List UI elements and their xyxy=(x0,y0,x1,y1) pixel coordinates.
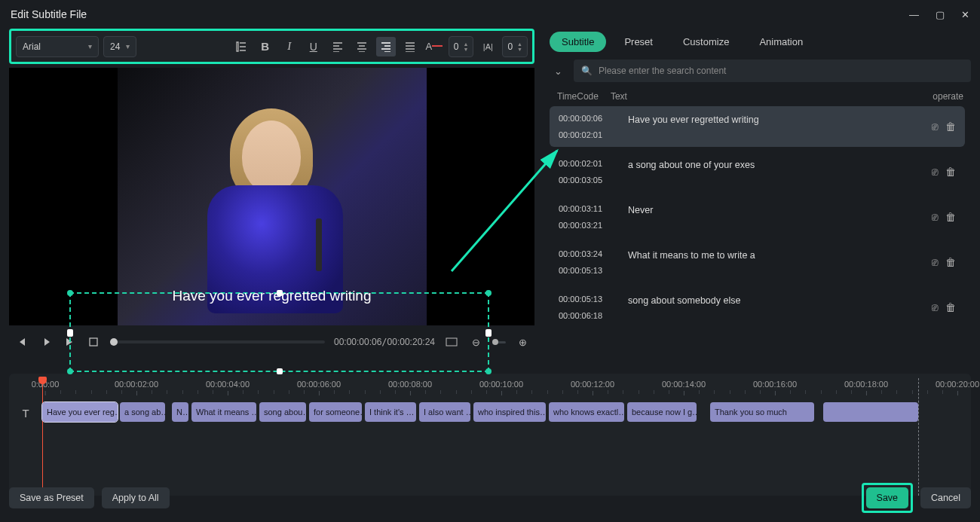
subtitle-row[interactable]: 00:00:05:1300:00:06:18 song about somebo… xyxy=(550,287,965,328)
delete-icon[interactable]: 🗑 xyxy=(945,211,956,223)
font-size-select[interactable]: 24 ▾ xyxy=(103,36,136,57)
timeline-clip[interactable]: I think it's … xyxy=(365,402,416,422)
window-controls: ― ▢ ✕ xyxy=(909,9,969,20)
subtitle-row[interactable]: 00:00:00:0600:00:02:01 Have you ever reg… xyxy=(550,106,965,147)
prev-frame-button[interactable] xyxy=(14,334,29,350)
row-times: 00:00:00:0600:00:02:01 xyxy=(559,114,614,139)
row-times: 00:00:02:0100:00:03:05 xyxy=(559,159,614,185)
row-text: Have you ever regretted writing xyxy=(628,114,918,125)
row-actions: ⎚ 🗑 xyxy=(932,211,956,223)
row-actions: ⎚ 🗑 xyxy=(932,301,956,313)
video-preview[interactable]: Have you ever regretted writing xyxy=(9,68,534,325)
align-justify-button[interactable] xyxy=(400,37,420,56)
subtitle-row[interactable]: 00:00:03:1100:00:03:21 Never ⎚ 🗑 xyxy=(550,197,965,237)
timeline-clip[interactable]: a song ab… xyxy=(120,402,165,422)
row-actions: ⎚ 🗑 xyxy=(932,166,956,178)
play-button[interactable] xyxy=(38,334,53,350)
row-times: 00:00:03:2400:00:05:13 xyxy=(559,249,614,275)
zoom-in-button[interactable]: ⊕ xyxy=(515,334,530,350)
align-right-button[interactable] xyxy=(376,37,396,56)
zoom-slider[interactable] xyxy=(492,341,506,343)
text-format-toolbar: Arial ▾ 24 ▾ B I U A 0 ▲▼ |A| 0 xyxy=(9,29,534,64)
timeline-clip[interactable] xyxy=(823,402,918,422)
row-times: 00:00:05:1300:00:06:18 xyxy=(559,295,614,320)
timeline-clip[interactable]: What it means … xyxy=(191,402,256,422)
row-text: What it means to me to write a xyxy=(628,249,918,261)
underline-button[interactable]: U xyxy=(304,37,323,56)
subtitle-row[interactable]: 00:00:02:0100:00:03:05 a song about one … xyxy=(550,151,965,192)
align-center-button[interactable] xyxy=(352,37,372,56)
timeline-clip[interactable]: song abou… xyxy=(259,402,306,422)
tab-subtitle[interactable]: Subtitle xyxy=(550,32,606,52)
split-icon[interactable]: ⎚ xyxy=(932,166,938,178)
font-family-select[interactable]: Arial ▾ xyxy=(16,36,99,57)
delete-icon[interactable]: 🗑 xyxy=(945,301,956,313)
row-text: song about somebody else xyxy=(628,295,918,306)
timeline-clip[interactable]: because now I g… xyxy=(627,402,697,422)
header-timecode: TimeCode xyxy=(557,91,599,102)
font-size-value: 24 xyxy=(110,41,120,52)
tab-preset[interactable]: Preset xyxy=(612,32,665,52)
font-family-value: Arial xyxy=(23,41,41,52)
chevron-down-icon: ▾ xyxy=(126,42,130,50)
align-left-button[interactable] xyxy=(328,37,348,56)
save-preset-button[interactable]: Save as Preset xyxy=(9,487,94,508)
row-times: 00:00:03:1100:00:03:21 xyxy=(559,204,614,230)
bold-button[interactable]: B xyxy=(256,37,275,56)
row-text: a song about one of your exes xyxy=(628,159,918,170)
maximize-icon[interactable]: ▢ xyxy=(936,9,945,20)
subtitle-rows: 00:00:00:0600:00:02:01 Have you ever reg… xyxy=(550,106,971,328)
tab-animation[interactable]: Animation xyxy=(747,32,815,52)
ruler-tick: 00:00:20:00 xyxy=(936,380,979,395)
minimize-icon[interactable]: ― xyxy=(909,9,919,20)
chevron-down-icon: ▾ xyxy=(88,42,92,50)
close-icon[interactable]: ✕ xyxy=(961,9,969,20)
subtitle-list-header: TimeCode Text operate xyxy=(550,87,971,106)
apply-all-button[interactable]: Apply to All xyxy=(102,487,170,508)
timeline-clip[interactable]: who knows exactl… xyxy=(549,402,624,422)
header-text: Text xyxy=(611,91,627,102)
seek-slider[interactable] xyxy=(110,340,325,343)
timeline-clip[interactable]: who inspired this… xyxy=(473,402,546,422)
split-icon[interactable]: ⎚ xyxy=(932,121,938,133)
panel-tabs: Subtitle Preset Customize Animation xyxy=(550,29,971,60)
cancel-button[interactable]: Cancel xyxy=(920,487,971,508)
char-spacing-input[interactable]: 0 ▲▼ xyxy=(449,36,474,57)
svg-line-0 xyxy=(452,151,557,271)
subtitle-row[interactable]: 00:00:03:2400:00:05:13 What it means to … xyxy=(550,242,965,282)
subtitle-overlay-text: Have you ever regretted writing xyxy=(9,288,534,304)
timeline-clip[interactable]: Thank you so much xyxy=(710,402,814,422)
save-button[interactable]: Save xyxy=(866,487,909,508)
line-spacing-input[interactable]: 0 ▲▼ xyxy=(502,36,528,57)
row-actions: ⎚ 🗑 xyxy=(932,121,956,133)
delete-icon[interactable]: 🗑 xyxy=(945,166,956,178)
timeline-clip[interactable]: Have you ever reg… xyxy=(42,402,118,422)
timeline-clip[interactable]: for someone… xyxy=(309,402,362,422)
header-operate: operate xyxy=(933,91,963,102)
titlebar: Edit Subtitle File ― ▢ ✕ xyxy=(0,0,980,29)
delete-icon[interactable]: 🗑 xyxy=(945,256,956,268)
split-icon[interactable]: ⎚ xyxy=(932,301,938,313)
stepper-icon[interactable]: ▲▼ xyxy=(463,41,468,52)
tab-customize[interactable]: Customize xyxy=(671,32,741,52)
text-color-button[interactable]: A xyxy=(424,37,444,56)
letter-spacing-icon[interactable]: |A| xyxy=(478,37,498,56)
row-text: Never xyxy=(628,204,918,215)
line-height-icon[interactable] xyxy=(231,37,251,56)
delete-icon[interactable]: 🗑 xyxy=(945,121,956,133)
timeline-ruler[interactable]: 0:00:0000:00:02:0000:00:04:0000:00:06:00… xyxy=(45,380,963,401)
timeline-clip[interactable]: I also want … xyxy=(419,402,470,422)
italic-button[interactable]: I xyxy=(280,37,299,56)
collapse-chevron-icon[interactable]: ⌄ xyxy=(550,66,566,77)
video-frame xyxy=(118,68,427,325)
timeline-clip[interactable]: N… xyxy=(172,402,188,422)
footer-bar: Save as Preset Apply to All Save Cancel xyxy=(0,474,980,522)
line-spacing-value: 0 xyxy=(507,41,513,52)
stepper-icon[interactable]: ▲▼ xyxy=(517,41,522,52)
search-input[interactable]: 🔍 Please enter the search content xyxy=(574,60,971,82)
search-placeholder: Please enter the search content xyxy=(599,66,726,76)
split-icon[interactable]: ⎚ xyxy=(932,256,938,268)
split-icon[interactable]: ⎚ xyxy=(932,211,938,223)
text-track-icon: T xyxy=(17,402,35,423)
save-highlight: Save xyxy=(862,483,914,513)
